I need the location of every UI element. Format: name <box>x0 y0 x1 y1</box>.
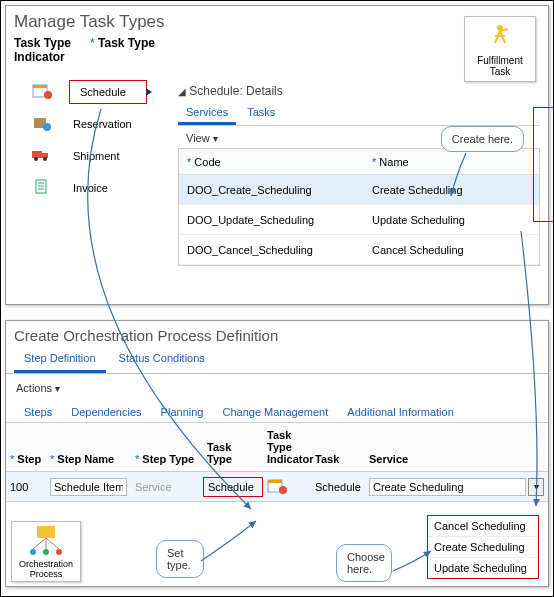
orchestration-process-icon <box>25 524 67 558</box>
sidebar-label: Schedule <box>76 86 126 98</box>
invoice-icon <box>33 178 51 198</box>
th-code[interactable]: Code <box>179 150 364 174</box>
page-title-bottom: Create Orchestration Process Definition <box>6 321 548 346</box>
gh-step-name[interactable]: Step Name <box>46 451 131 467</box>
sidebar-row-invoice[interactable]: Invoice <box>14 172 169 204</box>
sidebar-row-schedule[interactable]: Schedule <box>14 76 169 108</box>
orchestration-process-badge: Orchestration Process <box>11 521 81 582</box>
gh-task-type[interactable]: Task Type <box>203 439 263 467</box>
svg-point-9 <box>43 157 47 161</box>
svg-point-18 <box>30 549 36 555</box>
svg-point-20 <box>56 549 62 555</box>
svg-rect-2 <box>33 85 47 88</box>
tab-status-conditions[interactable]: Status Conditions <box>109 346 215 370</box>
detail-tabs: Services Tasks <box>178 102 540 126</box>
gh-service[interactable]: Service <box>365 451 548 467</box>
table-row[interactable]: DOO_Cancel_Scheduling Cancel Scheduling <box>179 235 539 265</box>
cell-step-type: Service <box>131 479 203 495</box>
grid-data-row[interactable]: 100 Service Schedule Schedule ▾ <box>6 472 548 502</box>
svg-point-3 <box>44 91 52 99</box>
create-orchestration-panel: Create Orchestration Process Definition … <box>5 320 549 587</box>
subtab-additional-info[interactable]: Additional Information <box>339 402 461 422</box>
subtab-dependencies[interactable]: Dependencies <box>63 402 149 422</box>
fulfillment-task-badge: Fulfillment Task <box>464 16 536 82</box>
chevron-down-icon: ▾ <box>55 383 60 394</box>
cell-task-type[interactable]: Schedule <box>203 477 263 497</box>
chevron-down-icon: ▾ <box>534 481 539 492</box>
subtabs: Steps Dependencies Planning Change Manag… <box>6 402 548 422</box>
cell-tti <box>263 475 311 499</box>
callout-set-type: Set type. <box>156 540 204 578</box>
service-dropdown-button[interactable]: ▾ <box>528 478 544 496</box>
gh-tti[interactable]: Task Type Indicator <box>263 427 311 467</box>
svg-point-8 <box>34 157 38 161</box>
header-task-type-indicator: Task Type Indicator <box>14 36 90 64</box>
detail-title: Schedule: Details <box>189 84 282 98</box>
shipment-icon <box>31 147 53 165</box>
subtab-planning[interactable]: Planning <box>153 402 212 422</box>
dropdown-option[interactable]: Create Scheduling <box>428 537 538 558</box>
th-name[interactable]: Name <box>364 150 539 174</box>
fulfillment-task-icon <box>483 21 517 55</box>
sidebar-label: Invoice <box>69 182 108 194</box>
subtab-change-management[interactable]: Change Management <box>215 402 337 422</box>
callout-choose-here: Choose here. <box>336 544 392 582</box>
header-task-type: Task Type <box>90 36 155 64</box>
cell-task: Schedule <box>311 479 365 495</box>
svg-point-16 <box>279 486 287 494</box>
schedule-icon <box>32 82 52 102</box>
tab-step-definition[interactable]: Step Definition <box>14 346 106 373</box>
svg-rect-17 <box>37 526 55 538</box>
collapse-icon[interactable]: ◢ <box>178 86 186 97</box>
table-row[interactable]: DOO_Create_Scheduling Create Scheduling <box>179 175 539 205</box>
cell-service: ▾ <box>365 476 548 498</box>
gh-step[interactable]: Step <box>6 451 46 467</box>
sidebar-row-reservation[interactable]: Reservation <box>14 108 169 140</box>
gh-task[interactable]: Task <box>311 451 365 467</box>
fulfillment-task-label: Fulfillment Task <box>477 55 523 77</box>
svg-point-5 <box>43 123 51 131</box>
definition-tabs: Step Definition Status Conditions <box>6 346 548 374</box>
service-dropdown-list: Cancel Scheduling Create Scheduling Upda… <box>427 515 539 579</box>
sidebar-label: Reservation <box>69 118 132 130</box>
schedule-icon <box>267 477 287 495</box>
service-input[interactable] <box>369 478 526 496</box>
cell-step-name <box>46 476 131 498</box>
cell-step: 100 <box>6 479 46 495</box>
dropdown-option[interactable]: Update Scheduling <box>428 558 538 578</box>
svg-point-19 <box>43 549 49 555</box>
sidebar-row-shipment[interactable]: Shipment <box>14 140 169 172</box>
detail-region: ◢ Schedule: Details Services Tasks View … <box>178 84 540 279</box>
step-name-input[interactable] <box>50 478 127 496</box>
callout-create-here: Create here. <box>441 126 524 152</box>
svg-rect-15 <box>268 480 282 483</box>
tab-tasks[interactable]: Tasks <box>239 102 283 122</box>
grid-header: Step Step Name Step Type Task Type Task … <box>6 422 548 472</box>
reservation-icon <box>32 114 52 134</box>
svg-rect-6 <box>32 151 42 158</box>
subtab-steps[interactable]: Steps <box>16 402 60 422</box>
task-type-sidebar: Schedule Reservation Shipment Invoice <box>14 76 169 204</box>
actions-menu[interactable]: Actions ▾ <box>6 374 548 402</box>
chevron-down-icon: ▾ <box>213 133 218 144</box>
gh-step-type[interactable]: Step Type <box>131 451 203 467</box>
table-row[interactable]: DOO_Update_Scheduling Update Scheduling <box>179 205 539 235</box>
dropdown-option[interactable]: Cancel Scheduling <box>428 516 538 537</box>
services-table: Code Name DOO_Create_Scheduling Create S… <box>178 148 540 266</box>
tab-services[interactable]: Services <box>178 102 236 125</box>
manage-task-types-panel: Manage Task Types Fulfillment Task Task … <box>5 5 549 305</box>
sidebar-label: Shipment <box>69 150 119 162</box>
